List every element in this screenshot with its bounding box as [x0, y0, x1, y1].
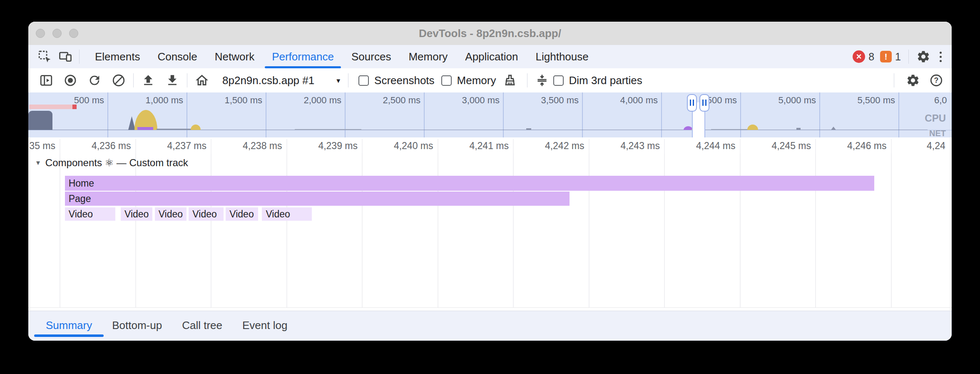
overview-tick-label: 500 ms [74, 95, 104, 105]
flamechart-area[interactable]: ▼Components ⚛ — Custom trackHomePageVide… [28, 153, 952, 307]
flame-bar-video[interactable]: Video [121, 207, 152, 221]
save-profile-icon[interactable] [164, 72, 180, 88]
capture-settings-gear-icon[interactable] [905, 72, 921, 88]
overview-grid-line [582, 92, 583, 137]
flame-bar-video[interactable]: Video [189, 207, 223, 221]
overview-tick-label: 5,500 ms [858, 95, 895, 105]
warning-badge-icon[interactable]: ! [880, 51, 892, 62]
overview-tick-label: 3,500 ms [541, 95, 579, 105]
load-profile-icon[interactable] [140, 72, 156, 88]
handle-grip [690, 100, 691, 106]
track-header[interactable]: ▼Components ⚛ — Custom track [35, 157, 188, 169]
divider [79, 50, 80, 64]
time-tick-label: 4,237 ms [167, 141, 206, 151]
time-tick-label: 4,240 ms [394, 141, 433, 151]
flame-bar-video[interactable]: Video [155, 207, 187, 221]
inspect-element-icon[interactable] [37, 50, 52, 64]
tab-application[interactable]: Application [456, 45, 527, 68]
time-tick-label: 4,244 ms [696, 141, 736, 151]
collapse-sections-icon[interactable] [534, 72, 550, 88]
time-tick-label: 4,238 ms [243, 141, 282, 151]
overview-grid-line [107, 92, 108, 137]
overview-tick-label: 4,000 ms [620, 95, 658, 105]
memory-checkbox[interactable]: Memory [441, 74, 496, 87]
ruler-grid-line [891, 139, 892, 153]
overview-grid-line [424, 92, 425, 137]
tab-summary[interactable]: Summary [39, 311, 99, 341]
ruler-grid-line [815, 139, 816, 153]
titlebar: DevTools - 8p2n9n.csb.app/ [28, 22, 952, 45]
flame-bar-video[interactable]: Video [226, 207, 258, 221]
divider [348, 73, 348, 87]
divider [133, 73, 134, 87]
flame-bar-page[interactable]: Page [65, 192, 570, 206]
cpu-activity-bar [526, 128, 531, 130]
overview-grid-line [661, 92, 662, 137]
tab-lighthouse[interactable]: Lighthouse [527, 45, 597, 68]
checkbox-box[interactable] [441, 75, 452, 86]
screenshots-checkbox[interactable]: Screenshots [358, 74, 435, 87]
tab-elements[interactable]: Elements [86, 45, 149, 68]
target-selector[interactable]: 8p2n9n.csb.app #1 [222, 74, 314, 87]
overview-grid-line [266, 92, 266, 137]
checkbox-box[interactable] [358, 75, 369, 86]
overview-grid-line [503, 92, 504, 137]
settings-gear-icon[interactable] [916, 50, 930, 64]
tabbar-right-controls: × 8 ! 1 [853, 45, 945, 68]
flame-bar-home[interactable]: Home [65, 176, 874, 191]
more-options-kebab-icon[interactable] [936, 50, 945, 64]
tab-console[interactable]: Console [149, 45, 206, 68]
svg-text:?: ? [934, 76, 939, 85]
overview-tick-label: 1,000 ms [146, 95, 184, 105]
tab-memory[interactable]: Memory [400, 45, 456, 68]
tab-performance[interactable]: Performance [263, 45, 343, 68]
tab-network[interactable]: Network [206, 45, 263, 68]
dock-panel-icon[interactable] [38, 72, 54, 88]
overview-grid-line [187, 92, 187, 137]
selection-handle-right[interactable] [699, 94, 709, 112]
details-tabbar: Summary Bottom-up Call tree Event log [28, 311, 952, 341]
overview-tick-label: 5,000 ms [779, 95, 816, 105]
overview-grid-line [345, 92, 346, 137]
error-badge-icon[interactable]: × [853, 50, 865, 63]
tab-bottom-up[interactable]: Bottom-up [105, 311, 169, 341]
reload-and-record-button[interactable] [87, 72, 102, 88]
time-tick-label: 4,241 ms [469, 141, 509, 151]
checkbox-label: Dim 3rd parties [569, 74, 642, 87]
overview-tick-label: 3,000 ms [462, 95, 500, 105]
selection-edge-left [692, 111, 693, 137]
overview-tick-label: 6,0 [934, 95, 947, 105]
home-icon[interactable] [194, 72, 210, 88]
ruler-grid-line [362, 139, 363, 153]
flame-bar-video[interactable]: Video [65, 207, 116, 221]
timeline-overview[interactable]: 500 ms1,000 ms1,500 ms2,000 ms2,500 ms3,… [28, 92, 952, 137]
collapse-triangle-icon[interactable]: ▼ [35, 157, 41, 169]
cpu-activity-block [28, 111, 52, 130]
chevron-down-icon[interactable]: ▼ [335, 77, 341, 84]
dim-3rd-parties-checkbox[interactable]: Dim 3rd parties [553, 74, 642, 87]
selection-handle-left[interactable] [687, 94, 697, 112]
time-tick-label: 4,239 ms [318, 141, 358, 151]
divider [908, 50, 909, 64]
divider [894, 73, 894, 87]
ruler-grid-line [438, 139, 438, 153]
help-icon[interactable]: ? [928, 72, 944, 88]
handle-grip [693, 100, 694, 106]
tab-event-log[interactable]: Event log [236, 311, 294, 341]
record-button[interactable] [62, 72, 78, 88]
collect-garbage-icon[interactable] [502, 72, 518, 88]
tab-call-tree[interactable]: Call tree [175, 311, 229, 341]
ruler-grid-line [513, 139, 514, 153]
flame-bar-video[interactable]: Video [262, 207, 312, 221]
ruler-grid-line [589, 139, 589, 153]
tab-sources[interactable]: Sources [343, 45, 400, 68]
checkbox-box[interactable] [553, 75, 564, 86]
clear-recording-button[interactable] [111, 72, 127, 88]
cpu-activity-bar [137, 127, 153, 130]
overview-tick-label: 500 ms [707, 95, 737, 105]
ruler-grid-line [740, 139, 741, 153]
overview-grid-line [819, 92, 820, 137]
cpu-activity-bar [157, 129, 192, 130]
window-title: DevTools - 8p2n9n.csb.app/ [28, 27, 952, 40]
device-toolbar-icon[interactable] [58, 50, 72, 64]
